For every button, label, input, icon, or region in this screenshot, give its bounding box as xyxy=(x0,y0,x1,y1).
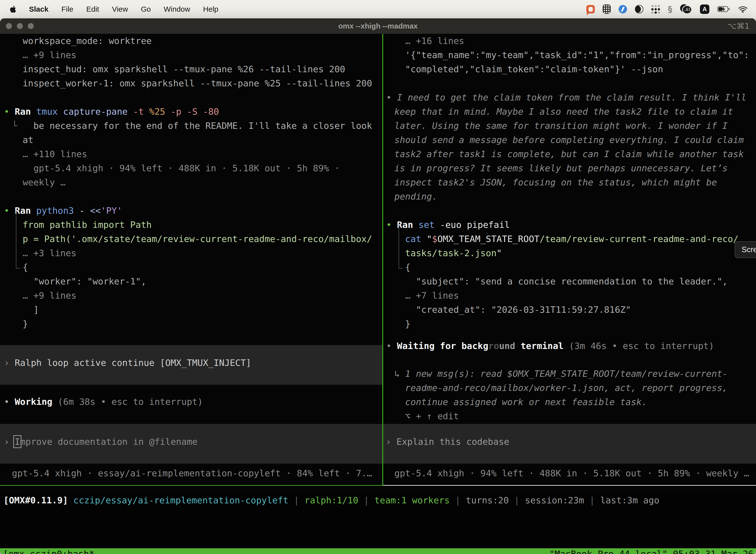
text-segment: Ran xyxy=(15,107,36,117)
output-line: … +110 lines xyxy=(0,147,382,161)
left-terminal-pane[interactable]: workspace_mode: worktree … +9 lines insp… xyxy=(0,34,382,485)
text-segment: | xyxy=(584,495,600,505)
menu-item-view[interactable]: View xyxy=(112,5,128,13)
window-shortcut-label: ⌥⌘1 xyxy=(728,21,750,31)
code-line: cat "$OMX_TEAM_STATE_ROOT/team/review-cu… xyxy=(383,232,756,246)
output-line: } xyxy=(0,317,382,331)
blank-line xyxy=(0,189,382,204)
output-line: workspace_mode: worktree xyxy=(0,34,382,48)
dots-grid-icon[interactable] xyxy=(651,5,660,14)
text-segment: } xyxy=(12,319,28,329)
ran-tmux-capture-line: • Ran tmux capture-pane -t %25 -p -S -80 xyxy=(0,105,382,119)
text-segment: session:23m xyxy=(525,495,584,505)
text-segment: inspect_hud: omx sparkshell --tmux-pane … xyxy=(12,64,345,74)
prompt-input[interactable]: › Improve documentation in @filename xyxy=(0,424,382,464)
thinking-line: later. Using the same for transition mig… xyxy=(383,119,756,133)
omx-hud-pane[interactable]: [OMX#0.11.9] cczip/essay/ai-reimplementa… xyxy=(0,493,756,548)
code-line: from pathlib import Path xyxy=(0,218,382,232)
text-segment: gpt-5.4 xhigh · 94% left · 488K in · 5.1… xyxy=(12,163,340,173)
text-segment: -t xyxy=(133,107,149,117)
text-segment: cczip/essay/ai-reimplementation-copyleft xyxy=(73,495,289,505)
text-segment: • xyxy=(4,397,15,407)
text-segment: %25 xyxy=(149,107,171,117)
text-segment: … +7 lines xyxy=(394,290,459,300)
menu-item-go[interactable]: Go xyxy=(141,5,151,13)
output-line: "subject": "send a concise recommendatio… xyxy=(383,274,756,288)
mailbox-notice-line: readme-and-reco/mailbox/worker-1.json, a… xyxy=(383,381,756,395)
text-segment: << xyxy=(90,206,101,216)
text-segment: weekly … xyxy=(12,177,66,187)
wifi-icon[interactable] xyxy=(738,5,748,13)
text-segment: - xyxy=(79,206,90,216)
text-segment: { xyxy=(12,262,28,272)
spacer xyxy=(0,385,382,395)
text-segment: } xyxy=(394,319,411,329)
battery-icon[interactable] xyxy=(717,6,730,13)
text-segment: 'PY' xyxy=(101,206,122,216)
hook-icon[interactable]: § xyxy=(668,4,672,14)
text-segment: (6m 38s • esc to interrupt) xyxy=(52,397,203,407)
output-line: weekly … xyxy=(0,175,382,189)
text-segment: turns:20 xyxy=(466,495,509,505)
text-segment: [OMX#0.11.9] xyxy=(3,495,68,505)
menu-item-file[interactable]: File xyxy=(61,5,73,13)
text-segment: mprove documentation in @filename xyxy=(20,437,197,447)
text-segment: should send a message before completing … xyxy=(394,135,744,145)
blank-line xyxy=(0,90,382,105)
text-segment: " xyxy=(427,234,432,244)
code-line: p = Path('.omx/state/team/review-current… xyxy=(0,232,382,246)
text-segment xyxy=(68,495,73,505)
model-status-line: gpt-5.4 xhigh · 94% left · 488K in · 5.1… xyxy=(383,466,756,480)
menu-item-window[interactable]: Window xyxy=(164,5,190,13)
text-segment: terminal xyxy=(515,341,564,351)
edit-hint-line: ⌥ + ↑ edit xyxy=(383,409,756,423)
text-segment: | xyxy=(359,495,375,505)
text-segment: | xyxy=(289,495,305,505)
text-segment: I xyxy=(15,437,20,447)
text-segment: is in progress? It seems likely but perh… xyxy=(394,163,728,173)
ran-cat-line: • Ran set -euo pipefail xyxy=(383,218,756,232)
output-line: … +9 lines xyxy=(0,288,382,302)
text-segment: "completed","claim_token":"claim-token"}… xyxy=(394,64,663,74)
keypad-shield-icon[interactable] xyxy=(603,4,611,14)
text-segment: • xyxy=(386,341,397,351)
text-segment: • xyxy=(4,206,15,216)
right-terminal-pane[interactable]: … +16 lines '{"team_name":"my-team","tas… xyxy=(383,34,756,485)
menu-item-edit[interactable]: Edit xyxy=(86,5,99,13)
text-segment: I need to get the claim token from the c… xyxy=(397,92,746,103)
menu-item-help[interactable]: Help xyxy=(203,5,218,13)
text-segment: OMX_TEAM_STATE_ROOT xyxy=(437,234,540,244)
thinking-line: pending. xyxy=(383,189,756,204)
moon-circle-icon[interactable] xyxy=(635,5,643,13)
text-segment: … +110 lines xyxy=(12,149,87,159)
text-segment: • xyxy=(386,220,397,230)
assistant-icon[interactable]: A xyxy=(700,4,709,14)
text-segment: task2 after task1 is complete, but can I… xyxy=(394,149,744,159)
spacer xyxy=(0,331,382,345)
text-segment: └ xyxy=(12,121,17,131)
apple-menu-icon[interactable] xyxy=(10,5,16,13)
text-segment: later. Using the same for transition mig… xyxy=(394,121,728,131)
text-segment: team:1 workers xyxy=(375,495,450,505)
flow-bolt-icon[interactable] xyxy=(619,5,627,13)
text-segment: $ xyxy=(432,234,438,244)
text-segment: pending. xyxy=(394,191,437,202)
ran-python-line: • Ran python3 - <<'PY' xyxy=(0,204,382,218)
prompt-input[interactable]: › Explain this codebase xyxy=(383,424,756,464)
tmux-session-label: [omx-cczip0:bash* xyxy=(3,548,94,554)
thinking-line: should send a message before completing … xyxy=(383,133,756,147)
text-segment: | xyxy=(509,495,525,505)
text-segment: ] xyxy=(12,304,39,315)
chat-badge-icon[interactable] xyxy=(586,5,595,13)
menu-item-app[interactable]: Slack xyxy=(29,5,48,13)
count-badge-icon[interactable]: ..61 xyxy=(680,4,692,14)
text-segment: readme-and-reco/mailbox/worker-1.json, a… xyxy=(394,383,728,393)
text-segment: Explain this codebase xyxy=(396,437,509,447)
output-line: "worker": "worker-1", xyxy=(0,274,382,288)
text-segment: ralph:1/10 xyxy=(305,495,359,505)
text-segment: continue assigned work or next feasible … xyxy=(394,397,647,407)
pane-bottom-border-active xyxy=(0,485,383,486)
window-titlebar[interactable]: omx --xhigh --madmax ⌥⌘1 xyxy=(0,18,756,34)
queued-prompt-banner[interactable]: › Ralph loop active continue [OMX_TMUX_I… xyxy=(0,345,382,385)
text-segment: … +3 lines xyxy=(12,248,76,258)
